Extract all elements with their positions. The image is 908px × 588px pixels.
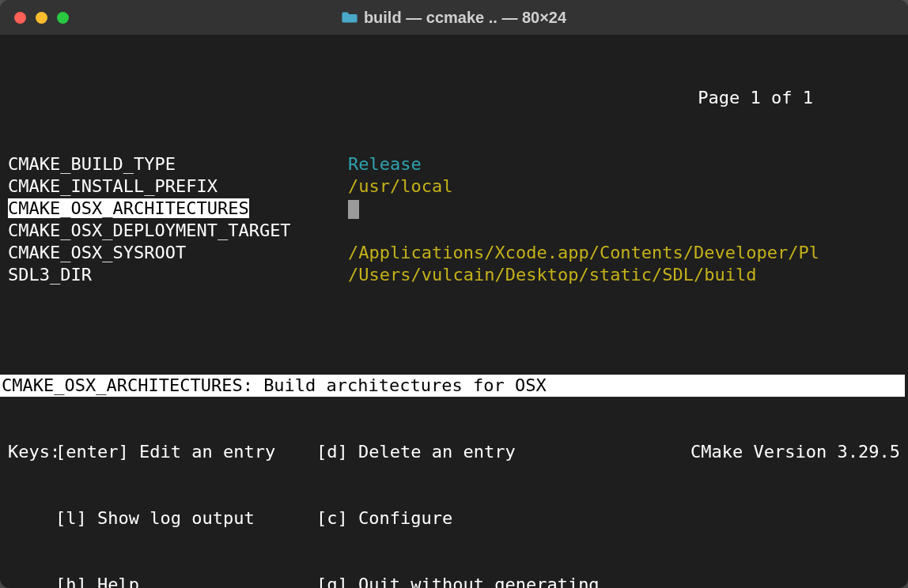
option-name: CMAKE_OSX_ARCHITECTURES — [8, 198, 348, 220]
option-name: CMAKE_OSX_DEPLOYMENT_TARGET — [8, 220, 348, 242]
option-row[interactable]: CMAKE_INSTALL_PREFIX/usr/local — [8, 175, 900, 198]
key-hint: [c] Configure — [316, 507, 900, 530]
option-row[interactable]: CMAKE_OSX_DEPLOYMENT_TARGET — [8, 220, 900, 242]
option-name: CMAKE_BUILD_TYPE — [8, 153, 348, 175]
window-title: build — ccmake .. — 80×24 — [0, 9, 908, 27]
cmake-version: CMake Version 3.29.5 — [690, 441, 900, 463]
terminal-body[interactable]: Page 1 of 1 CMAKE_BUILD_TYPEReleaseCMAKE… — [0, 35, 908, 588]
page-indicator: Page 1 of 1 — [8, 87, 900, 109]
keys-label: Keys: — [8, 441, 55, 463]
option-row[interactable]: SDL3_DIR/Users/vulcain/Desktop/static/SD… — [8, 264, 900, 286]
minimize-icon[interactable] — [36, 12, 47, 24]
zoom-icon[interactable] — [57, 12, 69, 24]
option-row[interactable]: CMAKE_OSX_SYSROOT/Applications/Xcode.app… — [8, 242, 900, 264]
close-icon[interactable] — [14, 12, 26, 24]
option-name: SDL3_DIR — [8, 264, 348, 286]
option-row[interactable]: CMAKE_BUILD_TYPERelease — [8, 153, 900, 175]
cursor-icon — [348, 200, 359, 219]
option-name: CMAKE_INSTALL_PREFIX — [8, 175, 348, 198]
keys-row-1: [l] Show log output [c] Configure — [8, 507, 900, 530]
option-value[interactable]: /Users/vulcain/Desktop/static/SDL/build — [348, 264, 900, 286]
terminal-window: build — ccmake .. — 80×24 Page 1 of 1 CM… — [0, 0, 908, 588]
key-hint: [enter] Edit an entry — [55, 441, 316, 463]
option-value[interactable] — [348, 220, 900, 242]
window-controls — [0, 12, 69, 24]
keys-row-0: Keys: [enter] Edit an entry [d] Delete a… — [8, 441, 900, 463]
option-row[interactable]: CMAKE_OSX_ARCHITECTURES — [8, 198, 900, 220]
titlebar[interactable]: build — ccmake .. — 80×24 — [0, 0, 908, 35]
key-hint: [l] Show log output — [55, 507, 316, 530]
option-value[interactable]: /Applications/Xcode.app/Contents/Develop… — [348, 242, 900, 264]
option-value[interactable]: Release — [348, 153, 900, 175]
option-value[interactable]: /usr/local — [348, 175, 900, 198]
key-hint: [d] Delete an entry — [316, 441, 690, 463]
description-bar: CMAKE_OSX_ARCHITECTURES: Build architect… — [0, 375, 905, 397]
folder-icon — [342, 11, 358, 24]
window-title-text: build — ccmake .. — 80×24 — [364, 9, 566, 27]
options-list[interactable]: CMAKE_BUILD_TYPEReleaseCMAKE_INSTALL_PRE… — [8, 153, 900, 286]
key-hint: [h] Help — [55, 574, 316, 588]
keys-row-2: [h] Help [q] Quit without generating — [8, 574, 900, 588]
option-value[interactable] — [348, 198, 900, 220]
option-name: CMAKE_OSX_SYSROOT — [8, 242, 348, 264]
key-hint: [q] Quit without generating — [316, 574, 900, 588]
